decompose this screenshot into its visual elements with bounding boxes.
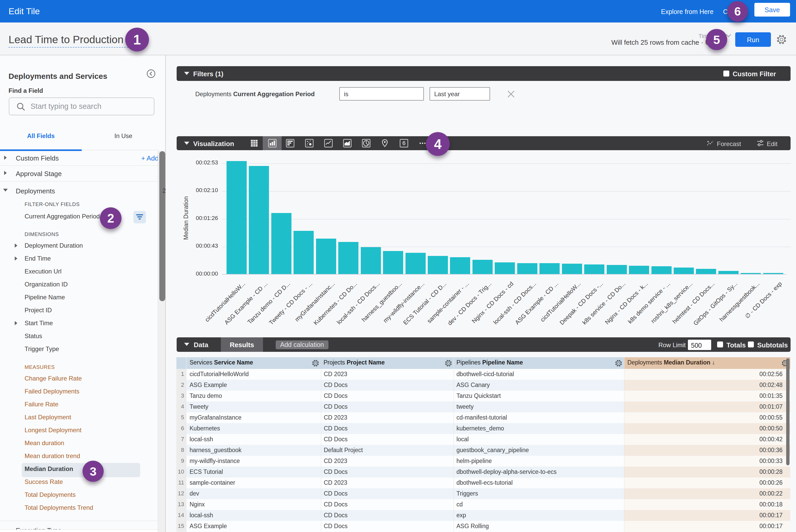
svg-text:6: 6 <box>402 140 406 146</box>
